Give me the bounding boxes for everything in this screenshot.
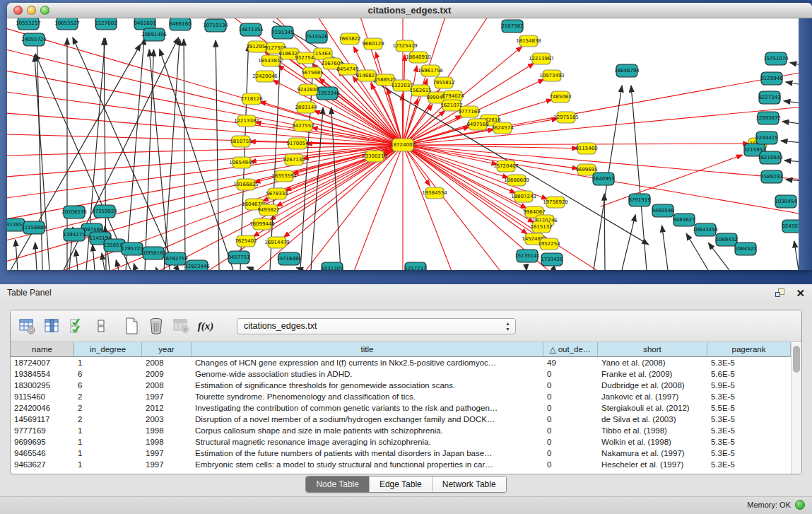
cell-short[interactable]: Wolkin et al. (1998)	[598, 436, 707, 448]
cell-out_degree[interactable]: 0	[543, 368, 598, 380]
cell-pagerank[interactable]: 5.9E-5	[707, 380, 791, 391]
cell-year[interactable]: 2009	[142, 368, 192, 380]
cell-out_degree[interactable]: 0	[543, 414, 598, 425]
minimize-window-icon[interactable]	[27, 6, 36, 15]
graph-node[interactable]: 14671355	[238, 23, 264, 36]
graph-node[interactable]: 8427552	[292, 120, 314, 132]
graph-node[interactable]: 17359924	[92, 205, 117, 218]
graph-node[interactable]: 9227343	[758, 91, 780, 104]
graph-node[interactable]: 12325419	[392, 40, 418, 52]
cell-out_degree[interactable]: 0	[543, 391, 598, 402]
graph-node[interactable]: 16648794	[614, 64, 640, 77]
graph-node[interactable]: 23300219	[362, 151, 387, 162]
graph-node[interactable]: 18640910	[406, 52, 431, 63]
graph-node[interactable]: 1810755	[230, 136, 252, 147]
select-all-icon[interactable]	[67, 317, 86, 335]
close-window-icon[interactable]	[13, 6, 23, 15]
tab-node-table[interactable]: Node Table	[306, 477, 370, 492]
cell-in_degree[interactable]: 1	[74, 357, 142, 368]
graph-node[interactable]: 11156889	[21, 221, 47, 234]
graph-node[interactable]: 10653527	[54, 18, 80, 30]
graph-node[interactable]: 12975185	[553, 112, 579, 123]
close-panel-icon[interactable]: ✕	[796, 288, 805, 298]
cell-pagerank[interactable]: 5.3E-5	[707, 459, 791, 470]
cell-short[interactable]: Jankovic et al. (1997)	[598, 391, 707, 402]
tab-network-table[interactable]: Network Table	[433, 477, 506, 492]
cell-title[interactable]: Estimation of significance thresholds fo…	[192, 380, 543, 391]
graph-node[interactable]: 9660128	[362, 38, 384, 49]
graph-node[interactable]: 18724007	[390, 139, 416, 151]
cell-year[interactable]: 2012	[142, 402, 192, 414]
cell-out_degree[interactable]: 0	[543, 425, 598, 436]
graph-node[interactable]: 7663822	[339, 33, 360, 45]
cell-name[interactable]: 9777169	[11, 425, 74, 436]
cell-in_degree[interactable]: 1	[74, 436, 142, 448]
graph-node[interactable]: 3624574	[491, 122, 514, 134]
cell-name[interactable]: 19384554	[11, 368, 74, 380]
float-panel-icon[interactable]	[775, 288, 786, 298]
graph-node[interactable]: 16961758	[418, 65, 443, 76]
graph-node[interactable]: 10553257	[16, 18, 41, 30]
graph-node[interactable]: 10643458	[693, 223, 718, 236]
graph-node[interactable]: 15716485	[276, 252, 302, 265]
graph-node[interactable]: 1527602	[95, 18, 117, 30]
graph-node[interactable]: 15135141	[514, 250, 540, 262]
cell-out_degree[interactable]: 0	[543, 448, 598, 459]
graph-node[interactable]: 9457751	[228, 251, 249, 264]
table-row[interactable]: 1938455462009Genome-wide association stu…	[11, 368, 801, 380]
cell-out_degree[interactable]: 0	[543, 436, 598, 448]
graph-node[interactable]: 16210643	[758, 151, 783, 164]
rows-icon[interactable]	[92, 317, 110, 335]
graph-node[interactable]: 16914479	[264, 237, 290, 248]
graph-node[interactable]: 1257217	[404, 262, 426, 270]
cell-pagerank[interactable]: 5.3E-5	[707, 414, 791, 425]
column-header-title[interactable]: title	[192, 342, 543, 356]
graph-node[interactable]: 12923446	[184, 260, 210, 270]
cell-short[interactable]: Yano et al. (2008)	[598, 357, 707, 368]
cell-title[interactable]: Estimation of the future numbers of pati…	[192, 448, 543, 459]
graph-node[interactable]: 19384554	[422, 187, 447, 199]
graph-node[interactable]: 15751074	[763, 52, 789, 65]
graph-node[interactable]: 9129946	[760, 72, 783, 85]
cell-title[interactable]: Changes of HCN gene expression and I(f) …	[192, 357, 543, 368]
graph-node[interactable]: 7191345	[271, 26, 293, 39]
graph-node[interactable]: 10688609	[504, 175, 529, 186]
graph-node[interactable]: 1589293	[760, 170, 782, 183]
graph-node[interactable]: 16099449	[249, 218, 275, 230]
graph-node[interactable]: 9465546	[652, 204, 674, 217]
graph-node[interactable]: 1244415	[755, 132, 777, 144]
cell-pagerank[interactable]: 5.3E-5	[707, 425, 791, 436]
graph-node[interactable]: 20206576	[61, 206, 87, 218]
graph-node[interactable]: 7485063	[549, 91, 571, 103]
window-titlebar[interactable]: citations_edges.txt	[7, 3, 812, 18]
graph-node[interactable]: 1084521	[734, 243, 756, 255]
table-scrollbar-thumb[interactable]	[793, 346, 800, 373]
cell-short[interactable]: Nakamura et al. (1997)	[598, 448, 707, 459]
cell-in_degree[interactable]: 6	[74, 380, 142, 391]
cell-in_degree[interactable]: 2	[74, 402, 142, 414]
graph-node[interactable]: 1952254	[538, 238, 560, 250]
graph-node[interactable]: 1795722	[121, 243, 143, 255]
memory-ok-icon[interactable]	[795, 500, 805, 510]
cell-title[interactable]: Genome-wide association studies in ADHD.	[192, 368, 543, 380]
table-row[interactable]: 911546021997Tourette syndrome. Phenomeno…	[11, 391, 801, 402]
network-canvas[interactable]: 1055325710653527152760294616018466160107…	[7, 18, 812, 270]
graph-node[interactable]: 9777169	[458, 106, 480, 117]
column-icon[interactable]	[42, 317, 61, 335]
cell-in_degree[interactable]: 6	[74, 368, 142, 380]
graph-node[interactable]: 12093872	[755, 112, 781, 124]
zoom-window-icon[interactable]	[40, 6, 49, 15]
graph-node[interactable]: 6497568	[466, 119, 488, 130]
table-row[interactable]: 2242004622012Investigating the contribut…	[11, 402, 801, 414]
cell-in_degree[interactable]: 2	[74, 414, 142, 425]
cell-out_degree[interactable]: 0	[543, 380, 598, 391]
table-row[interactable]: 1872400712008Changes of HCN gene express…	[11, 357, 801, 368]
graph-node[interactable]: 9170054	[286, 138, 309, 149]
graph-node[interactable]: 9242848	[297, 84, 319, 95]
cell-year[interactable]: 1998	[142, 425, 192, 436]
cell-pagerank[interactable]: 5.3E-5	[707, 436, 791, 448]
cell-short[interactable]: de Silva et al. (2003)	[598, 414, 707, 425]
cell-title[interactable]: Disruption of a novel member of a sodium…	[192, 414, 543, 425]
column-header-out_degree[interactable]: △ out_de…	[543, 342, 598, 356]
cell-year[interactable]: 2008	[142, 357, 192, 368]
